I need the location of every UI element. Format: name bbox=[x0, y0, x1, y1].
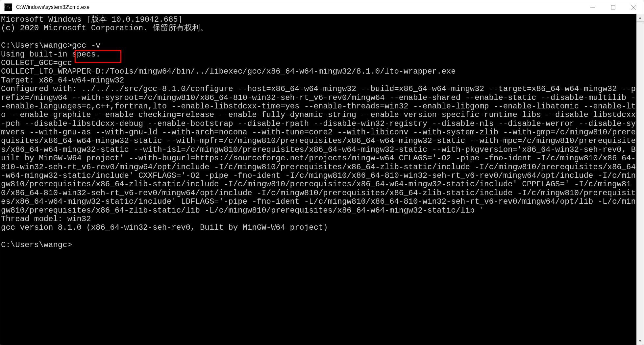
cmd-icon: C:\. bbox=[4, 3, 12, 11]
window-title: C:\Windows\system32\cmd.exe bbox=[16, 4, 582, 10]
prompt: C:\Users\wangc> bbox=[1, 241, 72, 249]
scrollbar-track[interactable] bbox=[636, 21, 644, 337]
prompt: C:\Users\wangc> bbox=[1, 41, 72, 50]
cmd-window: C:\. C:\Windows\system32\cmd.exe Microso… bbox=[0, 0, 644, 345]
scrollbar-down-button[interactable]: ▼ bbox=[636, 337, 644, 345]
output-line: COLLECT_GCC=gcc bbox=[1, 58, 72, 67]
terminal-area: Microsoft Windows [版本 10.0.19042.685] (c… bbox=[0, 14, 644, 345]
scrollbar-up-button[interactable]: ▲ bbox=[636, 14, 644, 21]
command-text: gcc -v bbox=[72, 41, 100, 50]
maximize-icon bbox=[611, 5, 615, 10]
close-button[interactable] bbox=[623, 0, 644, 14]
minimize-button[interactable] bbox=[582, 0, 603, 14]
output-line: Configured with: ../../../src/gcc-8.1.0/… bbox=[1, 84, 636, 215]
window-controls bbox=[582, 0, 644, 14]
titlebar[interactable]: C:\. C:\Windows\system32\cmd.exe bbox=[0, 0, 644, 14]
output-line: Using built-in specs. bbox=[1, 50, 100, 59]
banner-line: (c) 2020 Microsoft Corporation. 保留所有权利。 bbox=[1, 24, 208, 33]
output-line: Target: x86_64-w64-mingw32 bbox=[1, 76, 124, 85]
close-icon bbox=[631, 5, 636, 10]
chevron-down-icon: ▼ bbox=[639, 339, 641, 343]
terminal-output[interactable]: Microsoft Windows [版本 10.0.19042.685] (c… bbox=[0, 14, 636, 345]
output-line: Thread model: win32 bbox=[1, 215, 91, 223]
chevron-up-icon: ▲ bbox=[639, 16, 641, 20]
banner-line: Microsoft Windows [版本 10.0.19042.685] bbox=[1, 15, 183, 24]
maximize-button[interactable] bbox=[603, 0, 623, 14]
minimize-icon bbox=[590, 5, 595, 10]
output-line: COLLECT_LTO_WRAPPER=D:/Tools/mingw64/bin… bbox=[1, 67, 456, 76]
scrollbar-thumb[interactable] bbox=[636, 21, 644, 22]
output-line: gcc version 8.1.0 (x86_64-win32-seh-rev0… bbox=[1, 223, 328, 232]
svg-rect-1 bbox=[611, 5, 615, 9]
vertical-scrollbar[interactable]: ▲ ▼ bbox=[636, 14, 644, 345]
